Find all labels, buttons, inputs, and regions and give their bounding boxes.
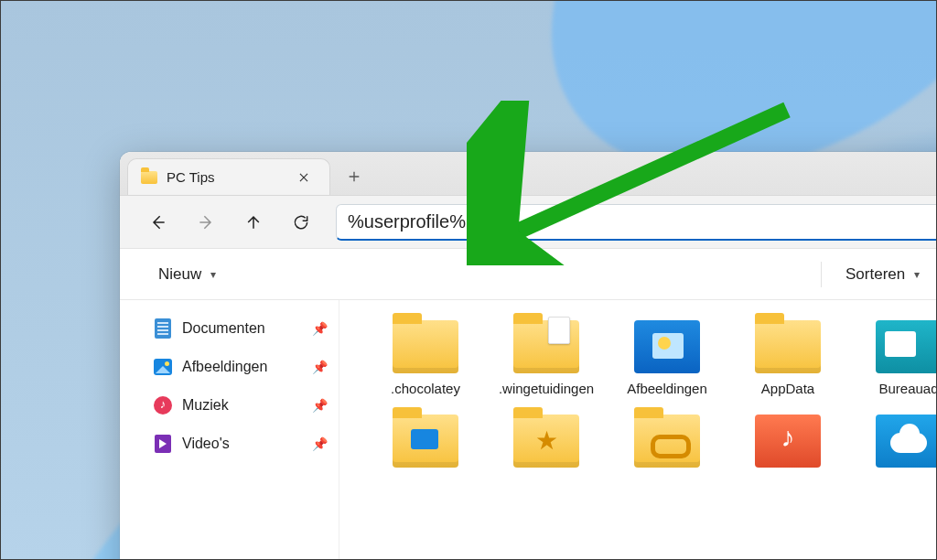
folder-label: AppData [761, 381, 814, 398]
pin-icon: 📌 [312, 398, 328, 413]
folder-icon [513, 320, 579, 373]
documents-icon [153, 318, 173, 339]
separator [821, 262, 822, 287]
refresh-button[interactable] [279, 204, 323, 241]
tab-title: PC Tips [167, 169, 215, 185]
new-menu-button[interactable]: Nieuw ▾ [147, 260, 227, 289]
sidebar-item-label: Video's [182, 436, 230, 452]
folder-label: Bureauad [878, 381, 937, 398]
pictures-icon [153, 357, 173, 377]
sidebar-item-label: Afbeeldingen [182, 359, 267, 375]
explorer-body: Documenten 📌 Afbeeldingen 📌 Muziek 📌 Vid… [120, 300, 937, 560]
folder-icon [141, 171, 157, 184]
sidebar-item-music[interactable]: Muziek 📌 [120, 386, 339, 425]
folder-content: .chocolatey .wingetuidingen Afbeeldingen… [339, 300, 937, 560]
sidebar-item-label: Muziek [182, 397, 229, 414]
close-tab-button[interactable] [291, 165, 317, 190]
address-input[interactable] [348, 211, 937, 232]
pictures-folder-icon [634, 320, 700, 373]
new-label: Nieuw [158, 265, 201, 284]
onedrive-folder-icon [876, 415, 937, 468]
sort-label: Sorteren [845, 265, 905, 284]
folder-icon [393, 415, 458, 468]
music-icon [153, 395, 173, 415]
folder-item[interactable]: AppData [729, 320, 846, 398]
sidebar-item-label: Documenten [182, 320, 265, 337]
navigation-bar [120, 196, 937, 249]
videos-icon [153, 434, 173, 454]
sidebar-item-pictures[interactable]: Afbeeldingen 📌 [120, 348, 339, 386]
tab-bar: PC Tips [120, 152, 937, 196]
up-button[interactable] [232, 204, 275, 241]
back-button[interactable] [136, 204, 180, 241]
folder-item[interactable]: Afbeeldingen [609, 320, 726, 398]
tab-pc-tips[interactable]: PC Tips [127, 158, 330, 195]
folder-item[interactable] [609, 415, 726, 475]
folder-label: .chocolatey [391, 381, 460, 398]
favorites-folder-icon [513, 415, 579, 468]
chevron-down-icon: ▾ [210, 268, 216, 281]
folder-icon [755, 320, 821, 373]
pin-icon: 📌 [312, 321, 328, 336]
folder-item[interactable]: .wingetuidingen [488, 320, 605, 398]
pin-icon: 📌 [312, 436, 328, 451]
desktop-background: PC Tips [0, 0, 937, 560]
folder-item[interactable]: .chocolatey [367, 320, 484, 398]
sidebar-item-videos[interactable]: Video's 📌 [120, 425, 339, 463]
sort-menu-button[interactable]: Sorteren ▾ [835, 260, 931, 289]
folder-item[interactable] [367, 415, 484, 475]
folder-icon [393, 320, 458, 373]
folder-item[interactable] [729, 415, 846, 475]
links-folder-icon [634, 415, 700, 468]
address-bar[interactable] [336, 204, 937, 241]
folder-item[interactable] [488, 415, 605, 475]
chevron-down-icon: ▾ [914, 268, 920, 281]
forward-button[interactable] [184, 204, 228, 241]
folder-icon [876, 320, 937, 373]
command-bar: Nieuw ▾ Sorteren ▾ Weerg [120, 249, 937, 300]
sidebar: Documenten 📌 Afbeeldingen 📌 Muziek 📌 Vid… [120, 300, 339, 560]
folder-label: .wingetuidingen [499, 381, 594, 398]
sidebar-item-documents[interactable]: Documenten 📌 [120, 309, 339, 348]
items-grid: .chocolatey .wingetuidingen Afbeeldingen… [367, 320, 937, 475]
folder-item[interactable]: Bureauad [850, 320, 937, 398]
new-tab-button[interactable] [336, 158, 372, 195]
pin-icon: 📌 [312, 360, 328, 374]
folder-item[interactable] [850, 415, 937, 475]
folder-label: Afbeeldingen [627, 381, 707, 398]
music-folder-icon [755, 415, 821, 468]
file-explorer-window: PC Tips [120, 152, 937, 560]
